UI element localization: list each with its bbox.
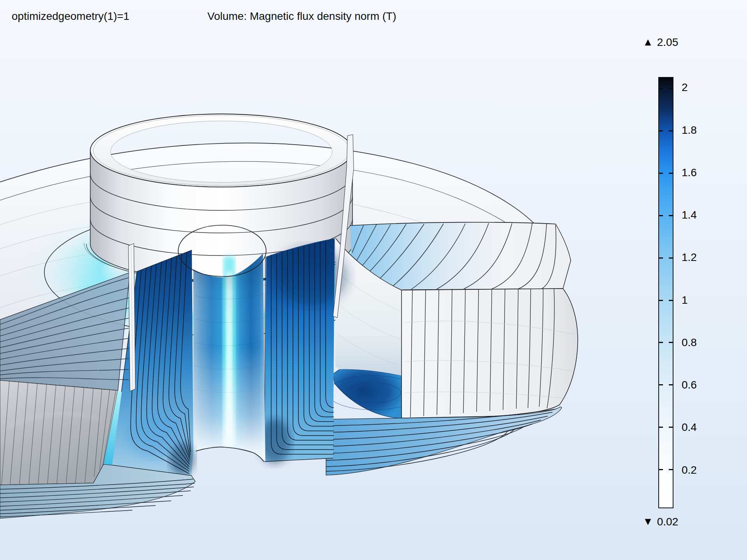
colorbar-tick-label: 0.6: [682, 379, 697, 391]
colorbar-min-value: 0.02: [657, 516, 679, 528]
colorbar-tick-mark: [669, 427, 673, 428]
window-floor-pool: [333, 369, 402, 418]
colorbar-tick-label: 2: [682, 81, 688, 94]
colorbar-tick-mark: [669, 300, 673, 301]
colorbar-tick-mark: [669, 469, 673, 470]
colorbar-tick-label: 1.8: [682, 124, 697, 136]
lower-plate-block: [402, 289, 578, 418]
colorbar-tick-mark: [659, 300, 663, 301]
colorbar-max-marker: ▲2.05: [643, 36, 678, 49]
graphics-window: optimizedgeometry(1)=1 Volume: Magnetic …: [0, 0, 747, 560]
colorbar-tick-label: 1.2: [682, 251, 697, 264]
parameter-annotation: optimizedgeometry(1)=1: [12, 10, 130, 23]
colorbar-tick-label: 1.6: [682, 166, 697, 179]
colorbar-tick-mark: [659, 88, 663, 89]
colorbar-max-value: 2.05: [657, 36, 679, 48]
colorbar-tick-mark: [669, 342, 673, 343]
colorbar-tick-mark: [659, 427, 663, 428]
colorbar-tick-mark: [659, 130, 663, 131]
colorbar-tick-label: 0.8: [682, 336, 697, 349]
colorbar-tick-mark: [659, 342, 663, 343]
outer-core-block: [0, 380, 118, 485]
down-triangle-icon: ▼: [643, 516, 653, 527]
up-triangle-icon: ▲: [643, 36, 653, 48]
colorbar-tick-mark: [669, 88, 673, 89]
colorbar-tick-mark: [659, 257, 663, 259]
colorbar-tick-label: 0.2: [682, 464, 697, 476]
upper-plate-cut-face: [350, 222, 571, 290]
colorbar-tick-mark: [669, 173, 673, 174]
colorbar-tick-label: 1: [682, 294, 688, 306]
colorbar-gradient: [658, 77, 673, 508]
colorbar-tick-mark: [659, 173, 663, 174]
colorbar-tick-mark: [659, 215, 663, 216]
graphics-canvas[interactable]: [0, 0, 747, 560]
colorbar-tick-mark: [659, 469, 663, 470]
colorbar-tick-label: 1.4: [682, 209, 697, 221]
colorbar-tick-mark: [669, 384, 673, 385]
colorbar-tick-mark: [669, 130, 673, 131]
colorbar-tick-label: 0.4: [682, 421, 697, 434]
colorbar-min-marker: ▼0.02: [643, 516, 678, 528]
colorbar-tick-mark: [669, 215, 673, 216]
plot-title: Volume: Magnetic flux density norm (T): [207, 10, 396, 23]
core-center-column: [193, 254, 265, 462]
colorbar-tick-mark: [659, 384, 663, 385]
colorbar-tick-mark: [669, 257, 673, 259]
